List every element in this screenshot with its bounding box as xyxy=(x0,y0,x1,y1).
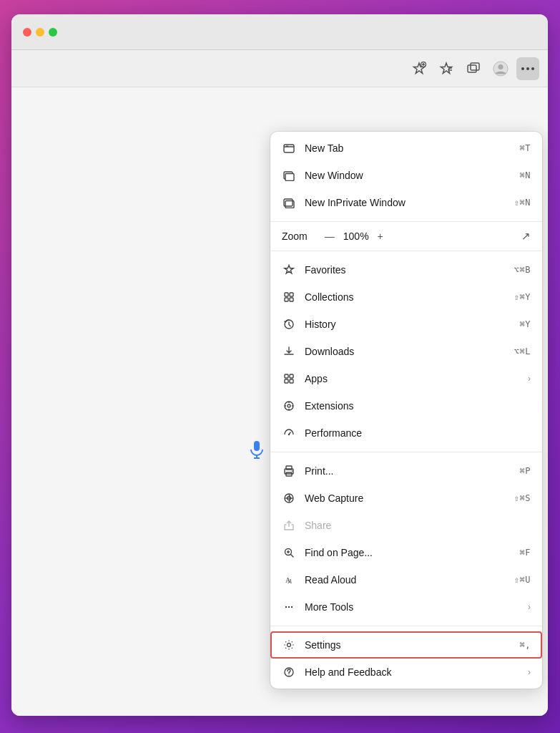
share-icon xyxy=(282,518,296,533)
menu-item-downloads[interactable]: Downloads ⌥⌘L xyxy=(270,338,542,365)
history-label: History xyxy=(305,319,511,330)
web-capture-label: Web Capture xyxy=(305,492,506,504)
svg-point-48 xyxy=(285,606,287,608)
zoom-row[interactable]: Zoom — 100% + ↗ xyxy=(270,224,542,248)
svg-rect-26 xyxy=(290,298,293,301)
svg-rect-24 xyxy=(290,293,293,296)
svg-rect-17 xyxy=(284,145,294,152)
menu-item-settings[interactable]: Settings ⌘, xyxy=(270,631,542,659)
menu-item-new-tab[interactable]: New Tab ⌘T xyxy=(270,135,542,162)
maximize-button[interactable] xyxy=(49,28,57,37)
tab-manager-button[interactable] xyxy=(462,57,485,80)
mic-button[interactable] xyxy=(241,434,272,465)
settings-shortcut: ⌘, xyxy=(520,640,531,650)
reading-list-button[interactable] xyxy=(435,57,458,80)
svg-point-8 xyxy=(498,64,503,69)
menu-item-collections[interactable]: Collections ⇧⌘Y xyxy=(270,283,542,311)
menu-item-inprivate[interactable]: New InPrivate Window ⇧⌘N xyxy=(270,189,542,216)
menu-item-history[interactable]: History ⌘Y xyxy=(270,311,542,338)
history-icon xyxy=(282,317,296,331)
separator-3 xyxy=(270,452,542,452)
svg-point-49 xyxy=(288,606,290,608)
read-aloud-icon: A A xyxy=(282,573,296,587)
help-feedback-label: Help and Feedback xyxy=(305,666,511,678)
separator-4 xyxy=(270,626,542,626)
browser-content: New Tab ⌘T New Window ⌘N xyxy=(11,87,548,716)
menu-item-read-aloud[interactable]: A A Read Aloud ⇧⌘U xyxy=(270,566,542,593)
menu-item-performance[interactable]: Performance xyxy=(270,419,542,447)
svg-rect-12 xyxy=(254,441,260,451)
favorites-shortcut: ⌥⌘B xyxy=(514,265,531,275)
svg-point-53 xyxy=(288,674,289,675)
share-label: Share xyxy=(305,520,531,531)
performance-label: Performance xyxy=(305,427,531,439)
inprivate-label: New InPrivate Window xyxy=(305,197,506,208)
find-on-page-shortcut: ⌘F xyxy=(520,548,531,558)
menu-item-share: Share xyxy=(270,512,542,539)
new-tab-icon xyxy=(282,141,296,155)
zoom-expand-button[interactable]: ↗ xyxy=(521,230,531,243)
menu-item-web-capture[interactable]: Web Capture ⇧⌘S xyxy=(270,485,542,512)
svg-point-50 xyxy=(291,606,293,608)
menu-item-help-feedback[interactable]: Help and Feedback › xyxy=(270,659,542,686)
browser-toolbar xyxy=(11,50,548,87)
more-tools-label: More Tools xyxy=(305,601,511,613)
svg-rect-25 xyxy=(285,298,288,301)
close-button[interactable] xyxy=(23,28,31,37)
svg-text:A: A xyxy=(288,578,292,585)
svg-rect-18 xyxy=(286,146,288,147)
svg-rect-6 xyxy=(471,63,479,70)
traffic-lights xyxy=(23,28,57,37)
find-on-page-icon xyxy=(282,545,296,560)
browser-menu: New Tab ⌘T New Window ⌘N xyxy=(270,132,542,689)
title-bar xyxy=(11,14,548,50)
downloads-shortcut: ⌥⌘L xyxy=(514,346,531,356)
svg-rect-5 xyxy=(468,65,476,72)
new-window-shortcut: ⌘N xyxy=(520,170,531,180)
add-favorite-button[interactable] xyxy=(408,57,431,80)
apps-arrow-icon: › xyxy=(528,374,531,384)
svg-rect-23 xyxy=(285,293,288,296)
print-icon xyxy=(282,464,296,478)
new-tab-shortcut: ⌘T xyxy=(520,143,531,153)
new-window-label: New Window xyxy=(305,170,511,181)
menu-item-extensions[interactable]: Extensions xyxy=(270,392,542,419)
more-tools-arrow-icon: › xyxy=(528,602,531,612)
zoom-value: 100% xyxy=(343,230,369,242)
help-icon xyxy=(282,665,296,679)
read-aloud-label: Read Aloud xyxy=(305,574,506,586)
settings-label: Settings xyxy=(305,639,511,651)
menu-item-new-window[interactable]: New Window ⌘N xyxy=(270,162,542,189)
menu-item-apps[interactable]: Apps › xyxy=(270,365,542,392)
menu-item-favorites[interactable]: Favorites ⌥⌘B xyxy=(270,256,542,283)
profile-button[interactable] xyxy=(489,57,512,80)
svg-point-34 xyxy=(288,434,290,435)
find-on-page-label: Find on Page... xyxy=(305,547,511,558)
zoom-minus-button[interactable]: — xyxy=(325,230,335,242)
svg-point-10 xyxy=(526,67,529,70)
favorites-label: Favorites xyxy=(305,264,506,276)
separator-2 xyxy=(270,251,542,251)
menu-item-find-on-page[interactable]: Find on Page... ⌘F xyxy=(270,539,542,566)
svg-rect-28 xyxy=(285,374,288,378)
apps-icon xyxy=(282,372,296,386)
minimize-button[interactable] xyxy=(36,28,44,37)
apps-label: Apps xyxy=(305,373,511,384)
read-aloud-shortcut: ⇧⌘U xyxy=(514,575,531,585)
zoom-label: Zoom xyxy=(282,230,308,242)
web-capture-icon xyxy=(282,491,296,505)
zoom-plus-button[interactable]: + xyxy=(378,230,383,242)
svg-point-51 xyxy=(288,644,291,647)
settings-icon xyxy=(282,638,296,652)
svg-point-33 xyxy=(288,404,290,407)
menu-item-more-tools[interactable]: More Tools › xyxy=(270,593,542,621)
svg-rect-31 xyxy=(290,379,293,383)
help-feedback-arrow-icon: › xyxy=(528,667,531,677)
svg-rect-20 xyxy=(285,174,294,181)
more-menu-button[interactable] xyxy=(516,57,539,80)
menu-item-print[interactable]: Print... ⌘P xyxy=(270,457,542,485)
collections-label: Collections xyxy=(305,291,506,303)
svg-point-11 xyxy=(531,67,534,70)
inprivate-shortcut: ⇧⌘N xyxy=(514,198,531,208)
downloads-icon xyxy=(282,344,296,359)
